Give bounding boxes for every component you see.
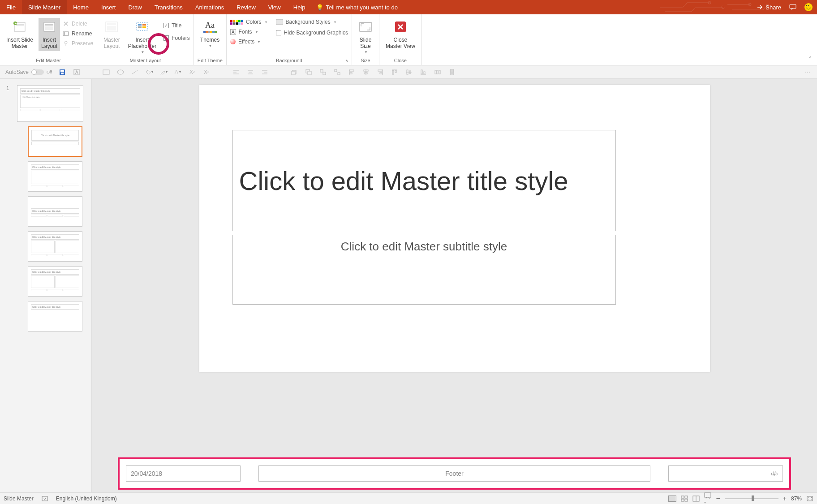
close-master-view-button[interactable]: Close Master View	[383, 18, 418, 51]
layout-thumbnail-3[interactable]: Click to edit Master title style	[0, 196, 91, 227]
align-objects-right-icon[interactable]	[376, 68, 384, 76]
effects-button[interactable]: Effects ▾	[230, 38, 267, 46]
thumb-layout-title: Click to edit Master title style	[31, 164, 79, 170]
tab-insert[interactable]: Insert	[95, 0, 122, 14]
tab-animations[interactable]: Animations	[189, 0, 230, 14]
tab-file[interactable]: File	[0, 0, 22, 14]
tab-review[interactable]: Review	[230, 0, 262, 14]
group-icon[interactable]	[319, 68, 327, 76]
slide-size-button[interactable]: Slide Size ▼	[356, 18, 375, 56]
master-thumbnail[interactable]: 1 Click to edit Master title style • Edi…	[0, 85, 91, 122]
autosave-toggle-switch[interactable]	[31, 69, 44, 75]
insert-slide-master-icon: ✦	[13, 20, 27, 34]
distribute-vertical-icon[interactable]	[448, 68, 456, 76]
zoom-in-button[interactable]: +	[783, 495, 787, 502]
oval-shape-icon[interactable]	[116, 68, 125, 76]
zoom-slider[interactable]	[725, 498, 778, 499]
svg-rect-32	[103, 70, 109, 74]
effects-icon	[230, 39, 236, 44]
tab-help[interactable]: Help	[287, 0, 312, 14]
feedback-smiley-icon[interactable]	[804, 3, 813, 11]
hide-background-checkbox[interactable]	[276, 30, 281, 35]
title-placeholder[interactable]: Click to edit Master title style	[232, 130, 616, 231]
svg-rect-45	[292, 71, 295, 75]
ungroup-icon[interactable]	[333, 68, 341, 76]
group-label-size: Size	[356, 57, 375, 65]
slideshow-view-button[interactable]: ▾	[704, 492, 711, 504]
slide-number-placeholder[interactable]: ‹#›	[668, 465, 783, 482]
bring-forward-icon[interactable]	[290, 68, 298, 76]
align-objects-middle-icon[interactable]	[405, 68, 413, 76]
zoom-level[interactable]: 87%	[791, 495, 802, 502]
save-button[interactable]	[58, 68, 66, 76]
insert-layout-button[interactable]: Insert Layout	[39, 18, 60, 51]
send-backward-icon[interactable]	[305, 68, 313, 76]
distribute-horizontal-icon[interactable]	[434, 68, 442, 76]
align-objects-top-icon[interactable]	[391, 68, 399, 76]
layout-thumbnail-2[interactable]: Click to edit Master title style	[0, 161, 91, 192]
tell-me-search[interactable]: 💡 Tell me what you want to do	[316, 4, 398, 11]
line-shape-icon[interactable]	[131, 68, 139, 76]
svg-rect-53	[350, 70, 354, 71]
date-placeholder[interactable]: 20/04/2018	[126, 465, 241, 482]
title-checkbox-row[interactable]: ✓ Title	[163, 22, 190, 30]
fit-to-window-button[interactable]	[806, 495, 813, 502]
master-layout-button[interactable]: Master Layout	[101, 18, 123, 51]
title-checkbox[interactable]: ✓	[163, 23, 169, 28]
shape-outline-icon[interactable]: ▾	[159, 68, 168, 76]
status-language[interactable]: English (United Kingdom)	[56, 495, 117, 502]
svg-rect-4	[790, 4, 796, 9]
subscript-icon[interactable]: X2	[188, 68, 196, 76]
tab-view[interactable]: View	[262, 0, 287, 14]
slide-canvas-area[interactable]: Click to edit Master title style Click t…	[92, 79, 817, 492]
layout-thumbnail-1[interactable]: Click to edit Master title style	[0, 126, 91, 157]
spell-check-indicator[interactable]	[42, 495, 48, 502]
text-box-icon[interactable]: A	[73, 68, 81, 76]
background-dialog-launcher[interactable]: ⬊	[345, 59, 350, 63]
preserve-button[interactable]: Preserve	[63, 39, 93, 47]
align-left-icon[interactable]	[232, 68, 240, 76]
normal-view-button[interactable]	[668, 495, 676, 502]
close-master-view-label: Close Master View	[386, 37, 415, 49]
tab-home[interactable]: Home	[67, 0, 95, 14]
comments-icon[interactable]	[789, 4, 796, 10]
zoom-out-button[interactable]: −	[716, 495, 720, 503]
subtitle-placeholder[interactable]: Click to edit Master subtitle style	[232, 235, 616, 305]
tab-slide-master[interactable]: Slide Master	[22, 0, 67, 14]
align-objects-bottom-icon[interactable]	[419, 68, 427, 76]
ribbon-group-edit-master: ✦ Insert Slide Master Insert Layout Dele…	[0, 14, 97, 65]
share-icon	[757, 4, 763, 10]
fonts-button[interactable]: A Fonts ▾	[230, 28, 267, 36]
align-objects-left-icon[interactable]	[348, 68, 356, 76]
more-commands-icon[interactable]: ⋯	[804, 68, 812, 76]
tab-draw[interactable]: Draw	[122, 0, 148, 14]
shape-fill-icon[interactable]: ▾	[145, 68, 153, 76]
rename-button[interactable]: Rename	[63, 30, 93, 38]
reading-view-button[interactable]	[692, 495, 700, 502]
hide-background-checkbox-row[interactable]: Hide Background Graphics	[276, 29, 348, 37]
spell-check-icon	[42, 495, 48, 502]
layout-thumbnail-4[interactable]: Click to edit Master title style	[0, 231, 91, 262]
rectangle-shape-icon[interactable]	[102, 68, 110, 76]
footer-placeholder[interactable]: Footer	[258, 465, 650, 482]
slide-sorter-view-button[interactable]	[681, 495, 688, 502]
align-objects-center-icon[interactable]	[362, 68, 370, 76]
align-center-icon[interactable]	[246, 68, 254, 76]
insert-slide-master-button[interactable]: ✦ Insert Slide Master	[4, 18, 36, 51]
slide-number-label: 1	[6, 85, 9, 91]
footers-checkbox-label: Footers	[172, 35, 190, 41]
layout-thumbnail-5[interactable]: Click to edit Master title style	[0, 266, 91, 297]
colors-button[interactable]: Colors ▾	[230, 18, 267, 26]
superscript-icon[interactable]: X2	[202, 68, 211, 76]
background-styles-button[interactable]: Background Styles ▾	[276, 18, 348, 26]
layout-thumbnail-6[interactable]: Click to edit Master title style	[0, 301, 91, 332]
tab-transitions[interactable]: Transitions	[148, 0, 189, 14]
font-color-icon[interactable]: A▾	[174, 68, 182, 76]
delete-button[interactable]: Delete	[63, 20, 93, 28]
themes-button[interactable]: Aa Themes ▼	[198, 18, 222, 50]
main-area: 1 Click to edit Master title style • Edi…	[0, 79, 817, 492]
share-button[interactable]: Share	[757, 4, 781, 11]
align-right-icon[interactable]	[261, 68, 269, 76]
collapse-ribbon-button[interactable]: ˄	[809, 56, 812, 62]
autosave-toggle[interactable]: AutoSave Off	[5, 69, 52, 75]
